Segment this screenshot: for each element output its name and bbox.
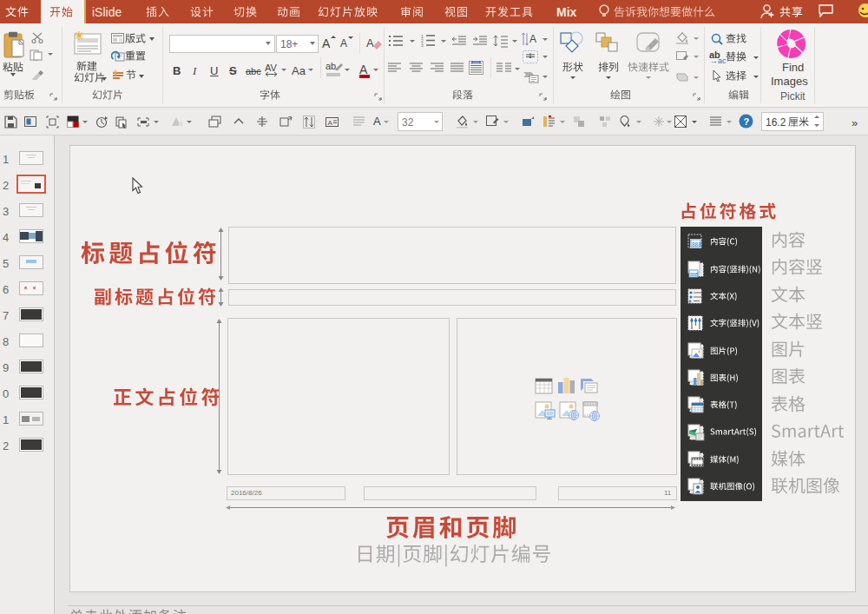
svg-text:A: A [529,33,536,45]
svg-text:888: 888 [690,271,698,276]
svg-text:3: 3 [421,43,424,47]
svg-text:A: A [328,119,333,127]
svg-text:888: 888 [692,241,701,247]
svg-text:?: ? [744,116,750,127]
